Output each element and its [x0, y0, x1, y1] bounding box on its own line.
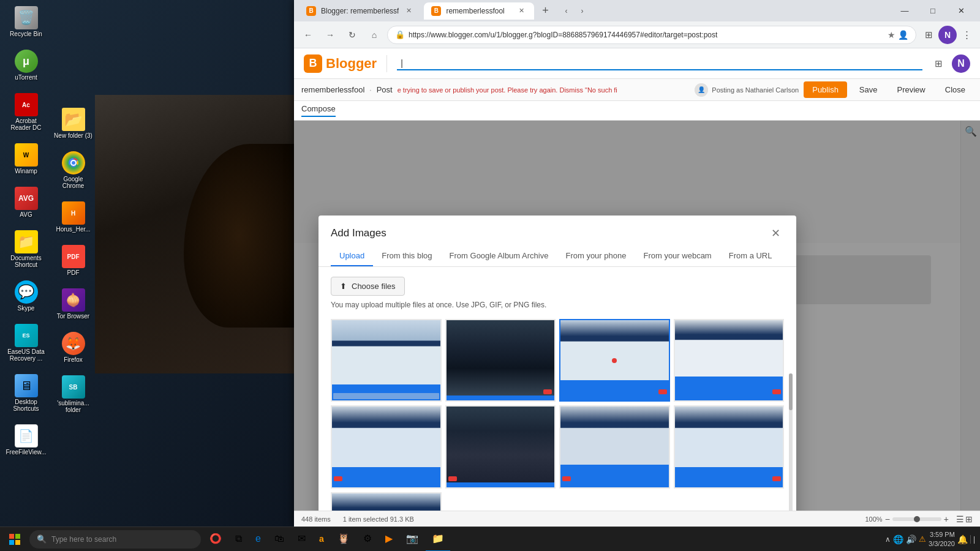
tab2-close-button[interactable]: ✕ [516, 6, 527, 16]
zoom-level: 100% [865, 515, 882, 523]
taskbar-multitask-button[interactable]: ⧉ [229, 527, 248, 552]
profile-icon[interactable]: 👤 [898, 30, 908, 40]
thumbnail-5[interactable] [331, 405, 442, 488]
skype-icon: 💬 [15, 280, 38, 304]
camera-preview [95, 95, 294, 373]
desktop-peek-button[interactable]: | [970, 535, 975, 544]
forward-button[interactable]: → [321, 26, 339, 44]
user-profile-button[interactable]: N [938, 26, 957, 44]
icon-horus[interactable]: H Horus_Her... [50, 198, 96, 236]
taskbar-explorer-button[interactable]: 📁 [426, 527, 450, 552]
pdf-label: PDF [67, 269, 80, 276]
desktop-shortcuts-label: Desktop Shortcuts [5, 399, 47, 412]
pdf-icon: PDF [62, 245, 85, 268]
preview-button[interactable]: Preview [890, 81, 933, 98]
tripadvisor-icon: 🦉 [337, 533, 350, 544]
grid-view-button[interactable]: ⊞ [965, 514, 973, 524]
taskbar-clock[interactable]: 3:59 PM 3/3/2020 [929, 530, 955, 548]
bookmark-icon[interactable]: ★ [888, 30, 895, 40]
tab-upload[interactable]: Upload [331, 246, 373, 266]
icon-acrobat[interactable]: Ac Acrobat Reader DC [3, 90, 49, 134]
taskbar-media-button[interactable]: ⚙ [357, 527, 378, 552]
tab-from-webcam[interactable]: From your webcam [635, 246, 720, 266]
icon-utorrent[interactable]: μ uTorrent [3, 47, 49, 84]
close-window-button[interactable]: ✕ [947, 0, 975, 21]
icon-freefileview[interactable]: 📄 FreeFileView... [3, 421, 49, 459]
icon-google-chrome[interactable]: Google Chrome [50, 148, 96, 192]
thumbnail-7[interactable] [559, 405, 670, 488]
zoom-in-button[interactable]: + [944, 514, 949, 524]
browser-tab-1[interactable]: B Blogger: rememberlessf ✕ [299, 2, 421, 20]
tab-google-album[interactable]: From Google Album Archive [441, 246, 557, 266]
thumbnail-8[interactable] [674, 405, 785, 488]
taskbar-camera-button[interactable]: 📷 [400, 527, 424, 552]
modal-scrollbar[interactable] [789, 373, 793, 519]
tab1-title: Blogger: rememberlessf [321, 7, 399, 15]
browser-tab-2[interactable]: B rememberlessfool ✕ [424, 2, 534, 20]
network-icon[interactable]: 🌐 [893, 534, 903, 544]
minimize-button[interactable]: — [891, 0, 919, 21]
tab-from-phone[interactable]: From your phone [557, 246, 635, 266]
zoom-out-button[interactable]: − [885, 514, 890, 524]
home-button[interactable]: ⌂ [365, 26, 383, 44]
zoom-slider[interactable] [892, 517, 941, 521]
save-button[interactable]: Save [852, 81, 885, 98]
icon-tor[interactable]: 🧅 Tor Browser [50, 285, 96, 323]
icon-winamp[interactable]: W Winamp [3, 140, 49, 178]
chrome-label: Google Chrome [52, 176, 94, 189]
compose-tab-label[interactable]: Compose [301, 104, 336, 117]
icon-avg[interactable]: AVG AVG [3, 184, 49, 221]
thumbnail-1[interactable] [331, 319, 442, 402]
icon-new-folder[interactable]: 📂 New folder (3) [50, 105, 96, 142]
taskbar-tripadvisor-button[interactable]: 🦉 [331, 527, 356, 552]
icon-pdf[interactable]: PDF PDF [50, 242, 96, 279]
user-account-button[interactable]: N [952, 54, 970, 73]
taskbar-edge-button[interactable]: e [249, 527, 267, 552]
icon-recycle-bin[interactable]: 🗑️ Recycle Bin [3, 3, 49, 40]
modal-overlay[interactable]: Add Images ✕ Upload From this blog From … [294, 121, 980, 519]
taskbar-search-box[interactable]: 🔍 Type here to search [29, 530, 201, 549]
tab-from-blog[interactable]: From this blog [373, 246, 440, 266]
taskbar-cortana-button[interactable]: ⭕ [203, 527, 228, 552]
store-icon: 🛍 [274, 533, 284, 544]
apps-grid-button[interactable]: ⊞ [930, 55, 947, 72]
taskbar-mail-button[interactable]: ✉ [292, 527, 312, 552]
more-options-button[interactable]: ⋮ [958, 26, 975, 43]
taskbar-amazon-button[interactable]: a [313, 527, 330, 552]
taskbar-vlc-button[interactable]: ▶ [379, 527, 399, 552]
tab-scroll-right[interactable]: › [575, 4, 589, 18]
modal-close-button[interactable]: ✕ [767, 225, 784, 241]
new-tab-button[interactable]: + [537, 2, 554, 20]
thumbnail-3[interactable] [559, 319, 670, 402]
thumbnail-4[interactable] [674, 319, 785, 402]
thumbnail-6[interactable] [445, 405, 556, 488]
desktop-icons-col2: 📂 New folder (3) Google Chrome H Horus_H… [50, 3, 96, 418]
close-editor-button[interactable]: Close [938, 81, 973, 98]
back-button[interactable]: ← [299, 26, 317, 44]
thumbnail-2[interactable] [445, 319, 556, 402]
list-view-button[interactable]: ☰ [956, 514, 964, 524]
publish-button[interactable]: Publish [804, 81, 847, 98]
icon-firefox[interactable]: 🦊 Firefox [50, 329, 96, 366]
tab-scroll-left[interactable]: ‹ [559, 4, 573, 18]
icon-skype[interactable]: 💬 Skype [3, 277, 49, 315]
taskbar-search-placeholder: Type here to search [51, 535, 116, 544]
extensions-button[interactable]: ⊞ [920, 26, 937, 43]
choose-files-button[interactable]: ⬆ Choose files [331, 277, 405, 296]
tab1-close-button[interactable]: ✕ [404, 6, 414, 16]
icon-desktop-shortcuts[interactable]: 🖥 Desktop Shortcuts [3, 371, 49, 415]
tray-notification-icon[interactable]: ⚠ [919, 534, 926, 544]
icon-documents[interactable]: 📁 Documents Shortcut [3, 227, 49, 271]
tab-from-url[interactable]: From a URL [720, 246, 781, 266]
icon-subliminal[interactable]: SB 'sublimina... folder [50, 372, 96, 416]
blog-title-input[interactable]: | [397, 57, 922, 70]
volume-icon[interactable]: 🔊 [906, 534, 916, 544]
url-field[interactable]: 🔒 https://www.blogger.com/u/1/blogger.g?… [387, 26, 916, 44]
reload-button[interactable]: ↻ [343, 26, 361, 44]
notification-chevron[interactable]: ∧ [885, 535, 891, 544]
start-button[interactable] [0, 527, 29, 552]
icon-easeus[interactable]: ES EaseUS Data Recovery ... [3, 321, 49, 365]
action-center-icon[interactable]: 🔔 [957, 534, 968, 544]
taskbar-store-button[interactable]: 🛍 [268, 527, 290, 552]
maximize-button[interactable]: □ [919, 0, 947, 21]
